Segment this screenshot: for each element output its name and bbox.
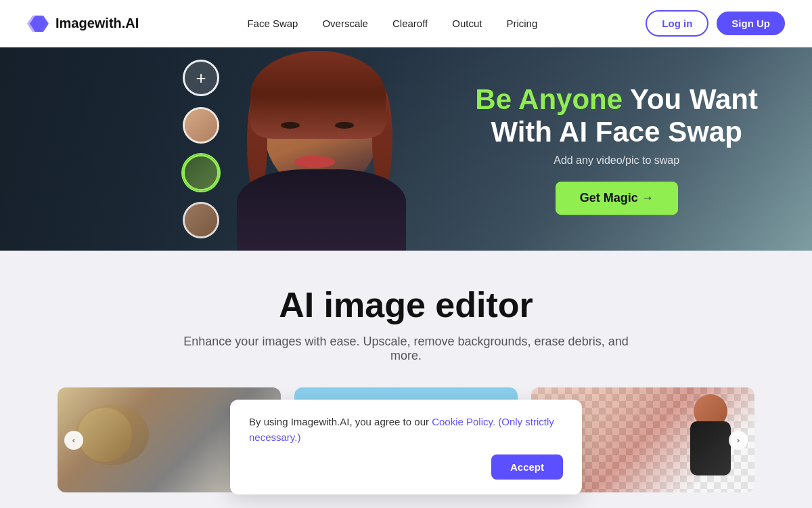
hero-hair-top: [250, 51, 386, 139]
brand-name: Imagewith.AI: [55, 16, 139, 31]
cookie-actions: Accept: [249, 454, 563, 480]
hero-section: + Be Anyone You Want With AI Face Swap A…: [0, 47, 812, 251]
logo-icon: [27, 13, 49, 35]
card-next-person[interactable]: ›: [729, 431, 748, 450]
hero-headline: Be Anyone You Want With AI Face Swap: [475, 83, 758, 149]
nav-outcut[interactable]: Outcut: [452, 18, 482, 29]
hero-headline-line2: With AI Face Swap: [491, 117, 742, 148]
nav-buttons: Log in Sign Up: [646, 10, 785, 37]
nav-pricing[interactable]: Pricing: [506, 18, 537, 29]
avatar-3[interactable]: [183, 202, 219, 238]
hero-eye-left: [281, 122, 300, 129]
hero-lips: [294, 156, 335, 168]
hero-body: [237, 169, 406, 251]
hero-cta-button[interactable]: Get Magic →: [556, 182, 678, 215]
hero-headline-highlight: Be Anyone: [475, 83, 623, 115]
hero-woman-area: [210, 47, 433, 251]
hero-content: Be Anyone You Want With AI Face Swap Add…: [475, 83, 758, 215]
card-prev-lion[interactable]: ‹: [64, 431, 83, 450]
cookie-message: By using Imagewith.AI, you agree to our: [249, 416, 432, 427]
cookie-accept-button[interactable]: Accept: [491, 454, 563, 480]
signup-button[interactable]: Sign Up: [717, 12, 785, 35]
avatar-2[interactable]: [183, 154, 219, 191]
section-subtitle: Enhance your images with ease. Upscale, …: [169, 335, 643, 363]
section-title: AI image editor: [27, 284, 785, 325]
nav-overscale[interactable]: Overscale: [322, 18, 368, 29]
avatar-1[interactable]: [183, 107, 219, 144]
avatar-panel: +: [183, 47, 219, 251]
add-face-button[interactable]: +: [183, 60, 219, 96]
login-button[interactable]: Log in: [646, 10, 708, 37]
nav-clearoff[interactable]: Clearoff: [392, 18, 428, 29]
hero-subtext: Add any video/pic to swap: [475, 154, 758, 167]
logo[interactable]: Imagewith.AI: [27, 13, 139, 35]
nav-face-swap[interactable]: Face Swap: [247, 18, 298, 29]
nav-links: Face Swap Overscale Clearoff Outcut Pric…: [247, 18, 537, 29]
navbar: Imagewith.AI Face Swap Overscale Clearof…: [0, 0, 812, 47]
hero-headline-rest: You Want: [623, 83, 758, 115]
hero-eye-right: [335, 122, 354, 129]
cookie-text: By using Imagewith.AI, you agree to our …: [249, 415, 563, 445]
cookie-banner: By using Imagewith.AI, you agree to our …: [230, 400, 582, 494]
